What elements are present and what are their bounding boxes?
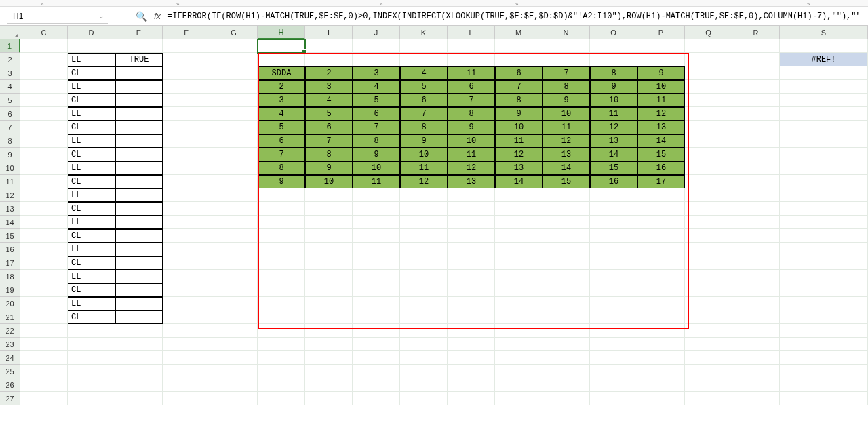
cell-Q9[interactable] [685,148,732,161]
cell-R9[interactable] [732,148,780,161]
cell-P24[interactable] [637,351,685,365]
cell-F14[interactable] [163,216,210,229]
cell-R1[interactable] [732,39,780,53]
cell-K6[interactable]: 7 [400,107,448,121]
cell-G10[interactable] [210,161,258,175]
cell-D18[interactable]: LL [68,270,115,283]
cell-S17[interactable] [780,256,868,270]
cell-D21[interactable]: CL [68,310,115,324]
cell-G15[interactable] [210,229,258,243]
cell-G6[interactable] [210,107,258,121]
zoom-icon[interactable]: 🔍 [136,11,147,22]
cell-F25[interactable] [163,365,210,378]
row-header-6[interactable]: 6 [0,107,20,121]
cell-D16[interactable]: LL [68,243,115,256]
cell-I1[interactable] [305,39,353,53]
cell-I3[interactable]: 2 [305,66,353,80]
cell-C14[interactable] [20,216,68,229]
cell-G22[interactable] [210,324,258,338]
cell-O5[interactable]: 10 [590,94,637,107]
cell-D5[interactable]: CL [68,94,115,107]
cell-F15[interactable] [163,229,210,243]
cell-J20[interactable] [353,297,400,310]
column-header-I[interactable]: I [305,26,353,39]
cell-S13[interactable] [780,202,868,216]
cell-L27[interactable] [448,392,495,405]
cell-J11[interactable]: 11 [353,175,400,188]
cell-S16[interactable] [780,243,868,256]
cell-N15[interactable] [542,229,590,243]
cell-G5[interactable] [210,94,258,107]
cell-L7[interactable]: 9 [448,121,495,134]
cell-K3[interactable]: 4 [400,66,448,80]
cell-G4[interactable] [210,80,258,94]
cell-L23[interactable] [448,338,495,351]
cell-J25[interactable] [353,365,400,378]
cell-I5[interactable]: 4 [305,94,353,107]
cell-P18[interactable] [637,270,685,283]
cell-K20[interactable] [400,297,448,310]
cell-F19[interactable] [163,283,210,297]
cell-L9[interactable]: 11 [448,148,495,161]
cell-M8[interactable]: 11 [495,134,542,148]
cell-F3[interactable] [163,66,210,80]
cell-G19[interactable] [210,283,258,297]
cell-C27[interactable] [20,392,68,405]
cell-J12[interactable] [353,188,400,202]
cell-M18[interactable] [495,270,542,283]
cell-H13[interactable] [258,202,305,216]
cell-K21[interactable] [400,310,448,324]
cell-I23[interactable] [305,338,353,351]
cell-O8[interactable]: 13 [590,134,637,148]
cell-L15[interactable] [448,229,495,243]
cell-R7[interactable] [732,121,780,134]
cell-G16[interactable] [210,243,258,256]
cell-I22[interactable] [305,324,353,338]
cell-S4[interactable] [780,80,868,94]
cell-S5[interactable] [780,94,868,107]
cell-S8[interactable] [780,134,868,148]
cell-O6[interactable]: 11 [590,107,637,121]
cell-R11[interactable] [732,175,780,188]
cell-S7[interactable] [780,121,868,134]
cell-E7[interactable] [115,121,163,134]
cell-L5[interactable]: 7 [448,94,495,107]
cell-R18[interactable] [732,270,780,283]
cell-K5[interactable]: 6 [400,94,448,107]
cell-E24[interactable] [115,351,163,365]
cell-P2[interactable] [637,53,685,66]
column-header-D[interactable]: D [68,26,115,39]
cell-Q18[interactable] [685,270,732,283]
cell-I16[interactable] [305,243,353,256]
cell-K26[interactable] [400,378,448,392]
cell-K18[interactable] [400,270,448,283]
cell-N1[interactable] [542,39,590,53]
cell-L10[interactable]: 12 [448,161,495,175]
cell-R20[interactable] [732,297,780,310]
cell-G27[interactable] [210,392,258,405]
cell-P22[interactable] [637,324,685,338]
cell-R8[interactable] [732,134,780,148]
cell-S1[interactable] [780,39,868,53]
cell-H2[interactable] [258,53,305,66]
cell-N2[interactable] [542,53,590,66]
cell-M16[interactable] [495,243,542,256]
cell-G8[interactable] [210,134,258,148]
cell-R19[interactable] [732,283,780,297]
cell-S10[interactable] [780,161,868,175]
cell-L25[interactable] [448,365,495,378]
column-header-S[interactable]: S [780,26,868,39]
cell-I4[interactable]: 3 [305,80,353,94]
cell-G18[interactable] [210,270,258,283]
cell-P9[interactable]: 15 [637,148,685,161]
cell-M27[interactable] [495,392,542,405]
cell-C13[interactable] [20,202,68,216]
cell-J19[interactable] [353,283,400,297]
cell-D27[interactable] [68,392,115,405]
cell-P26[interactable] [637,378,685,392]
cell-K2[interactable] [400,53,448,66]
cell-O18[interactable] [590,270,637,283]
cell-R15[interactable] [732,229,780,243]
cell-K8[interactable]: 9 [400,134,448,148]
cell-J7[interactable]: 7 [353,121,400,134]
